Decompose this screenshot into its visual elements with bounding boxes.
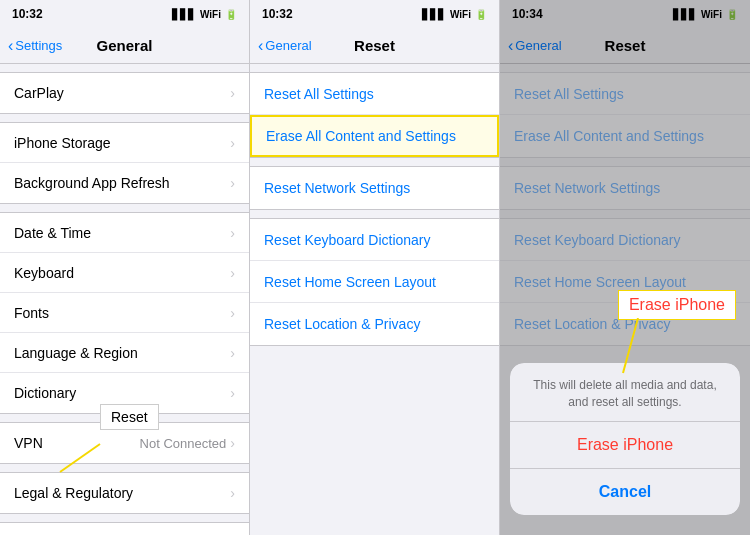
back-chevron-1: ‹ bbox=[8, 37, 13, 55]
back-button-1[interactable]: ‹ Settings bbox=[8, 37, 62, 55]
dictionary-label: Dictionary bbox=[14, 385, 76, 401]
bg-refresh-chevron: › bbox=[230, 175, 235, 191]
dictionary-chevron: › bbox=[230, 385, 235, 401]
row-reset-home-screen[interactable]: Reset Home Screen Layout bbox=[250, 261, 499, 303]
status-icons-2: ▋▋▋ WiFi 🔋 bbox=[422, 9, 487, 20]
panel2-reset: 10:32 ▋▋▋ WiFi 🔋 ‹ General Reset Reset A… bbox=[250, 0, 500, 535]
erase-iphone-label: Erase iPhone bbox=[577, 436, 673, 453]
status-time-1: 10:32 bbox=[12, 7, 43, 21]
row-legal[interactable]: Legal & Regulatory › bbox=[0, 473, 249, 513]
signal-icon: ▋▋▋ bbox=[172, 9, 196, 20]
vpn-chevron: › bbox=[230, 435, 235, 451]
status-bar-1: 10:32 ▋▋▋ WiFi 🔋 bbox=[0, 0, 249, 28]
vpn-value: Not Connected bbox=[140, 436, 227, 451]
carplay-chevron: › bbox=[230, 85, 235, 101]
reset-network-label: Reset Network Settings bbox=[264, 180, 410, 196]
group-reset: Reset › bbox=[0, 522, 249, 535]
date-time-label: Date & Time bbox=[14, 225, 91, 241]
reset-annotation-arrow bbox=[50, 434, 130, 474]
iphone-storage-label: iPhone Storage bbox=[14, 135, 111, 151]
action-sheet-content: This will delete all media and data,and … bbox=[510, 363, 740, 515]
reset-keyboard-label: Reset Keyboard Dictionary bbox=[264, 232, 431, 248]
panel3-erase: 10:34 ▋▋▋ WiFi 🔋 ‹ General Reset Reset A… bbox=[500, 0, 750, 535]
wifi-icon-2: WiFi bbox=[450, 9, 471, 20]
row-iphone-storage[interactable]: iPhone Storage › bbox=[0, 123, 249, 163]
legal-label: Legal & Regulatory bbox=[14, 485, 133, 501]
action-sheet-message: This will delete all media and data,and … bbox=[533, 378, 716, 409]
svg-line-0 bbox=[60, 444, 100, 472]
row-language-region[interactable]: Language & Region › bbox=[0, 333, 249, 373]
reset-options-container: Reset All Settings Erase All Content and… bbox=[250, 64, 499, 535]
row-date-time[interactable]: Date & Time › bbox=[0, 213, 249, 253]
action-sheet-title-text: This will delete all media and data,and … bbox=[526, 377, 724, 411]
signal-icon-2: ▋▋▋ bbox=[422, 9, 446, 20]
reset-group-1: Reset All Settings Erase All Content and… bbox=[250, 72, 499, 158]
date-chevron: › bbox=[230, 225, 235, 241]
cancel-label: Cancel bbox=[599, 483, 651, 500]
status-time-2: 10:32 bbox=[262, 7, 293, 21]
status-bar-2: 10:32 ▋▋▋ WiFi 🔋 bbox=[250, 0, 499, 28]
group-legal: Legal & Regulatory › bbox=[0, 472, 249, 514]
erase-annotation-label: Erase iPhone bbox=[629, 296, 725, 313]
cancel-button[interactable]: Cancel bbox=[510, 469, 740, 515]
erase-annotation-container: Erase iPhone bbox=[618, 290, 736, 320]
back-label-1: Settings bbox=[15, 38, 62, 53]
panel1-general: 10:32 ▋▋▋ WiFi 🔋 ‹ Settings General CarP… bbox=[0, 0, 250, 535]
vpn-label: VPN bbox=[14, 435, 43, 451]
row-reset-network[interactable]: Reset Network Settings bbox=[250, 167, 499, 209]
group-locale: Date & Time › Keyboard › Fonts › Languag… bbox=[0, 212, 249, 414]
bg-refresh-label: Background App Refresh bbox=[14, 175, 170, 191]
nav-bar-2: ‹ General Reset bbox=[250, 28, 499, 64]
erase-iphone-button[interactable]: Erase iPhone bbox=[510, 422, 740, 469]
row-reset-location-privacy[interactable]: Reset Location & Privacy bbox=[250, 303, 499, 345]
reset-all-label: Reset All Settings bbox=[264, 86, 374, 102]
erase-all-label: Erase All Content and Settings bbox=[266, 128, 456, 144]
row-background-refresh[interactable]: Background App Refresh › bbox=[0, 163, 249, 203]
row-carplay[interactable]: CarPlay › bbox=[0, 73, 249, 113]
reset-group-3: Reset Keyboard Dictionary Reset Home Scr… bbox=[250, 218, 499, 346]
group-storage: iPhone Storage › Background App Refresh … bbox=[0, 122, 249, 204]
row-keyboard[interactable]: Keyboard › bbox=[0, 253, 249, 293]
legal-chevron: › bbox=[230, 485, 235, 501]
row-reset[interactable]: Reset › bbox=[0, 523, 249, 535]
reset-location-label: Reset Location & Privacy bbox=[264, 316, 420, 332]
wifi-icon: WiFi bbox=[200, 9, 221, 20]
reset-group-2: Reset Network Settings bbox=[250, 166, 499, 210]
nav-title-2: Reset bbox=[354, 37, 395, 54]
fonts-label: Fonts bbox=[14, 305, 49, 321]
reset-annotation-label: Reset bbox=[111, 409, 148, 425]
language-chevron: › bbox=[230, 345, 235, 361]
language-region-label: Language & Region bbox=[14, 345, 138, 361]
storage-chevron: › bbox=[230, 135, 235, 151]
svg-line-1 bbox=[623, 318, 638, 373]
carplay-label: CarPlay bbox=[14, 85, 64, 101]
back-label-2: General bbox=[265, 38, 311, 53]
fonts-chevron: › bbox=[230, 305, 235, 321]
keyboard-label: Keyboard bbox=[14, 265, 74, 281]
back-chevron-2: ‹ bbox=[258, 37, 263, 55]
battery-icon: 🔋 bbox=[225, 9, 237, 20]
nav-title-1: General bbox=[97, 37, 153, 54]
action-sheet: This will delete all media and data,and … bbox=[510, 363, 740, 515]
reset-annotation-box: Reset bbox=[100, 404, 159, 430]
status-icons-1: ▋▋▋ WiFi 🔋 bbox=[172, 9, 237, 20]
back-button-2[interactable]: ‹ General bbox=[258, 37, 312, 55]
reset-homescreen-label: Reset Home Screen Layout bbox=[264, 274, 436, 290]
row-erase-all-content[interactable]: Erase All Content and Settings bbox=[250, 115, 499, 157]
erase-annotation-box: Erase iPhone bbox=[618, 290, 736, 320]
group-carplay: CarPlay › bbox=[0, 72, 249, 114]
row-reset-keyboard-dict[interactable]: Reset Keyboard Dictionary bbox=[250, 219, 499, 261]
erase-annotation-arrow bbox=[618, 318, 678, 378]
row-reset-all-settings[interactable]: Reset All Settings bbox=[250, 73, 499, 115]
row-fonts[interactable]: Fonts › bbox=[0, 293, 249, 333]
battery-icon-2: 🔋 bbox=[475, 9, 487, 20]
keyboard-chevron: › bbox=[230, 265, 235, 281]
nav-bar-1: ‹ Settings General bbox=[0, 28, 249, 64]
